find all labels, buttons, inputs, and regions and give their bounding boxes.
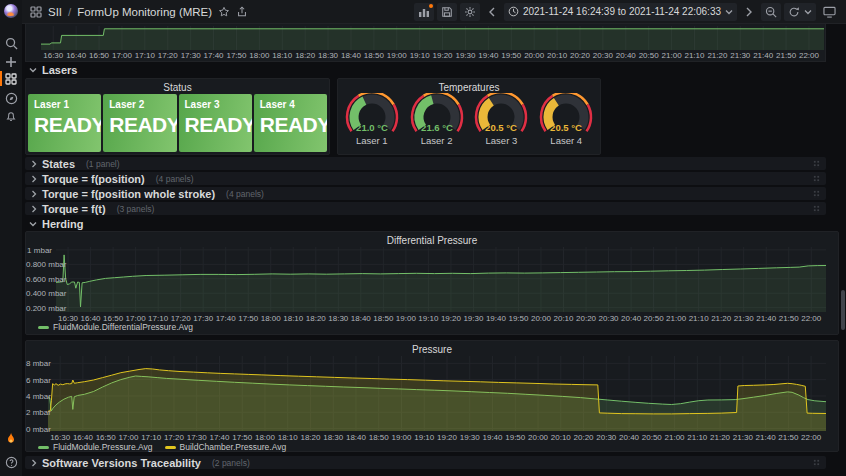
row-header-lasers[interactable]: Lasers bbox=[27, 63, 77, 76]
x-tick-label: 17:40 bbox=[204, 51, 224, 60]
row-drag-handle-icon[interactable] bbox=[813, 459, 820, 467]
collapsed-row[interactable]: States (1 panel) bbox=[25, 157, 826, 170]
x-tick-label: 19:30 bbox=[460, 433, 480, 442]
time-shift-forward-button[interactable] bbox=[740, 3, 758, 21]
x-tick-label: 18:10 bbox=[272, 51, 292, 60]
gauge-arc: 21.0 °C bbox=[343, 93, 401, 137]
page-scrollbar-thumb[interactable] bbox=[841, 290, 845, 330]
x-tick-label: 19:00 bbox=[396, 314, 416, 323]
x-tick-label: 18:10 bbox=[278, 433, 298, 442]
x-tick-label: 20:00 bbox=[531, 314, 551, 323]
row-drag-handle-icon[interactable] bbox=[813, 175, 820, 183]
x-tick-label: 17:00 bbox=[118, 433, 138, 442]
gauge-value: 21.0 °C bbox=[356, 122, 388, 133]
x-tick-label: 21:30 bbox=[734, 314, 754, 323]
news-flame-icon[interactable] bbox=[0, 429, 22, 447]
chevron-right-icon bbox=[31, 205, 37, 213]
panel-title[interactable]: Status bbox=[26, 82, 329, 93]
favorite-star-icon[interactable] bbox=[218, 6, 230, 18]
y-tick-label: 6 mbar bbox=[26, 376, 44, 385]
x-tick-label: 17:30 bbox=[193, 314, 213, 323]
x-tick-label: 21:10 bbox=[687, 433, 707, 442]
x-tick-label: 21:20 bbox=[707, 51, 727, 60]
series-area bbox=[56, 255, 826, 312]
row-panel-count: (3 panels) bbox=[117, 204, 155, 214]
collapsed-row[interactable]: Torque = f(position whole stroke) (4 pan… bbox=[25, 187, 826, 200]
x-tick-label: 16:30 bbox=[58, 314, 78, 323]
save-dashboard-button[interactable] bbox=[437, 3, 457, 21]
create-plus-icon[interactable] bbox=[0, 53, 22, 71]
explore-compass-icon[interactable] bbox=[0, 89, 22, 107]
top-navbar: SII / FormUp Monitoring (MRE) 2021-11-2 bbox=[22, 0, 846, 24]
refresh-button[interactable] bbox=[784, 3, 816, 21]
zoom-out-time-button[interactable] bbox=[761, 3, 781, 21]
grafana-logo-icon[interactable] bbox=[4, 4, 18, 18]
collapsed-rows: States (1 panel) Torque = f(position) (4… bbox=[25, 157, 826, 215]
gauge-value: 20.5 °C bbox=[485, 122, 517, 133]
x-tick-label: 16:40 bbox=[81, 314, 101, 323]
x-tick-label: 21:10 bbox=[689, 314, 709, 323]
row-header-herding[interactable]: Herding bbox=[27, 217, 84, 230]
refresh-interval-chevron-icon[interactable] bbox=[804, 9, 812, 15]
x-tick-label: 20:40 bbox=[616, 51, 636, 60]
sidebar bbox=[0, 0, 22, 476]
collapsed-row[interactable]: Software Versions Traceability (2 panels… bbox=[25, 456, 826, 469]
breadcrumb-folder[interactable]: SII bbox=[48, 6, 62, 18]
x-tick-label: 21:30 bbox=[730, 51, 750, 60]
collapsed-row[interactable]: Torque = f(t) (3 panels) bbox=[25, 202, 826, 215]
x-tick-label: 16:30 bbox=[50, 433, 70, 442]
x-tick-label: 22:00 bbox=[799, 51, 819, 60]
row-label: States bbox=[42, 158, 75, 170]
x-tick-label: 20:00 bbox=[528, 433, 548, 442]
panel-title[interactable]: Temperatures bbox=[338, 82, 600, 93]
y-tick-label: 0 mbar bbox=[26, 425, 44, 434]
dashboard-title[interactable]: FormUp Monitoring (MRE) bbox=[77, 6, 212, 18]
x-tick-label: 21:50 bbox=[776, 51, 796, 60]
time-shift-back-button[interactable] bbox=[483, 3, 501, 21]
x-tick-label: 19:30 bbox=[455, 51, 475, 60]
laser-state-value: READY bbox=[185, 113, 246, 137]
x-tick-label: 16:40 bbox=[66, 51, 86, 60]
x-tick-label: 21:40 bbox=[756, 433, 776, 442]
row-panel-count: (4 panels) bbox=[156, 174, 194, 184]
row-panel-count: (2 panels) bbox=[212, 458, 250, 468]
x-tick-label: 21:00 bbox=[665, 433, 685, 442]
kiosk-mode-button[interactable] bbox=[819, 3, 840, 21]
x-tick-label: 20:10 bbox=[553, 314, 573, 323]
x-tick-label: 19:50 bbox=[505, 433, 525, 442]
row-drag-handle-icon[interactable] bbox=[813, 160, 820, 168]
row-drag-handle-icon[interactable] bbox=[813, 190, 820, 198]
search-icon[interactable] bbox=[0, 34, 22, 52]
dashboards-icon[interactable] bbox=[0, 70, 22, 88]
x-tick-label: 18:20 bbox=[300, 433, 320, 442]
gauge-label: Laser 3 bbox=[486, 135, 518, 146]
add-panel-button[interactable] bbox=[414, 3, 434, 21]
x-tick-label: 20:20 bbox=[570, 51, 590, 60]
panel-laser-status: Status Laser 1 READY Laser 2 READY Laser… bbox=[25, 78, 330, 155]
dashboard-settings-button[interactable] bbox=[460, 3, 480, 21]
x-tick-label: 20:10 bbox=[547, 51, 567, 60]
x-tick-label: 16:50 bbox=[103, 314, 123, 323]
laser-name: Laser 3 bbox=[185, 99, 246, 110]
x-tick-label: 16:50 bbox=[89, 51, 109, 60]
collapsed-row[interactable]: Torque = f(position) (4 panels) bbox=[25, 172, 826, 185]
y-tick-label: 1 mbar bbox=[26, 246, 52, 255]
x-tick-label: 20:30 bbox=[599, 314, 619, 323]
share-icon[interactable] bbox=[236, 6, 248, 18]
bottom-rows: Software Versions Traceability (2 panels… bbox=[25, 456, 826, 469]
row-label: Software Versions Traceability bbox=[42, 457, 201, 469]
help-icon[interactable] bbox=[0, 453, 22, 471]
laser-state-value: READY bbox=[260, 113, 321, 137]
x-tick-label: 18:50 bbox=[369, 433, 389, 442]
row-drag-handle-icon[interactable] bbox=[813, 205, 820, 213]
temperature-gauge: 20.5 °C Laser 4 bbox=[535, 93, 597, 152]
x-tick-label: 19:20 bbox=[433, 51, 453, 60]
x-tick-label: 17:20 bbox=[171, 314, 191, 323]
x-tick-label: 20:30 bbox=[596, 433, 616, 442]
x-tick-label: 18:30 bbox=[323, 433, 343, 442]
x-tick-label: 22:00 bbox=[801, 314, 821, 323]
gauge-value: 20.5 °C bbox=[550, 122, 582, 133]
y-tick-label: 0.800 mbar bbox=[26, 260, 52, 269]
alerting-bell-icon[interactable] bbox=[0, 107, 22, 125]
time-range-picker[interactable]: 2021-11-24 16:24:39 to 2021-11-24 22:06:… bbox=[504, 3, 737, 21]
